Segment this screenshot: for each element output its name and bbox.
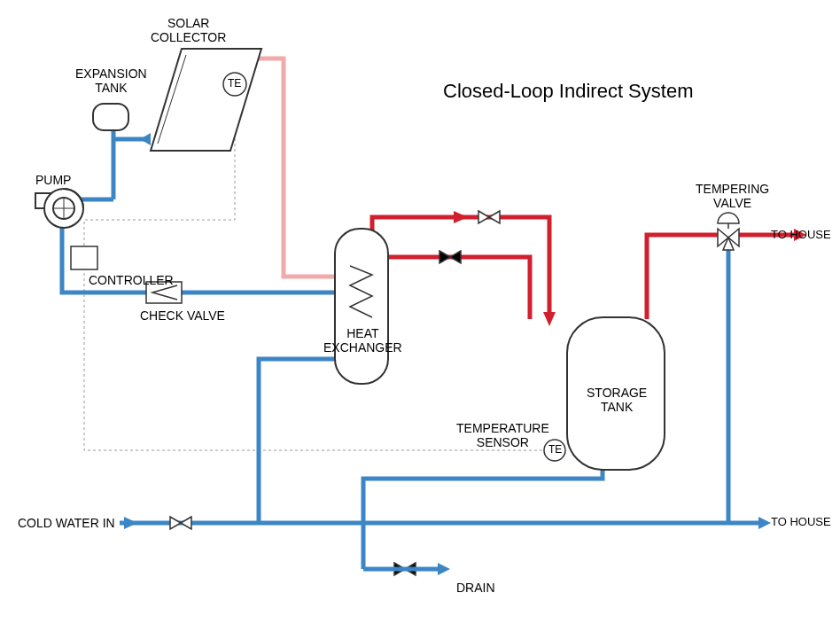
label-to-house-top: TO HOUSE <box>771 229 831 242</box>
label-solar-collector: SOLAR COLLECTOR <box>151 16 226 44</box>
arrow-to-collector <box>140 133 151 145</box>
label-te2: TE <box>548 444 562 456</box>
arrow-to-house-bottom <box>758 517 771 529</box>
label-tempering-valve: TEMPERING VALVE <box>696 182 769 210</box>
warm-pipe <box>257 58 335 277</box>
arrow-hot-to-storage <box>543 312 556 326</box>
label-expansion-tank: EXPANSION TANK <box>75 66 147 95</box>
heat-exchanger <box>335 229 388 384</box>
label-temperature-sensor: TEMPERATURE SENSOR <box>456 421 549 449</box>
tempering-valve <box>718 213 739 250</box>
label-to-house-bottom: TO HOUSE <box>771 516 831 529</box>
arrow-hot-upper-mid <box>454 211 468 223</box>
label-controller: CONTROLLER <box>89 273 174 287</box>
diagram-title: Closed-Loop Indirect System <box>443 80 693 102</box>
label-te1: TE <box>228 78 241 90</box>
pump <box>35 189 83 228</box>
expansion-tank <box>93 104 128 130</box>
label-drain: DRAIN <box>456 581 495 595</box>
label-pump: PUMP <box>35 173 71 187</box>
label-cold-water-in: COLD WATER IN <box>18 516 115 530</box>
arrow-drain <box>438 563 450 575</box>
svg-rect-2 <box>335 229 388 384</box>
solar-collector <box>151 49 261 151</box>
label-heat-exchanger: HEAT EXCHANGER <box>323 326 402 355</box>
arrow-cold-in <box>124 517 137 529</box>
label-storage-tank: STORAGE TANK <box>587 386 647 414</box>
controller <box>71 246 97 269</box>
label-check-valve: CHECK VALVE <box>140 308 225 323</box>
